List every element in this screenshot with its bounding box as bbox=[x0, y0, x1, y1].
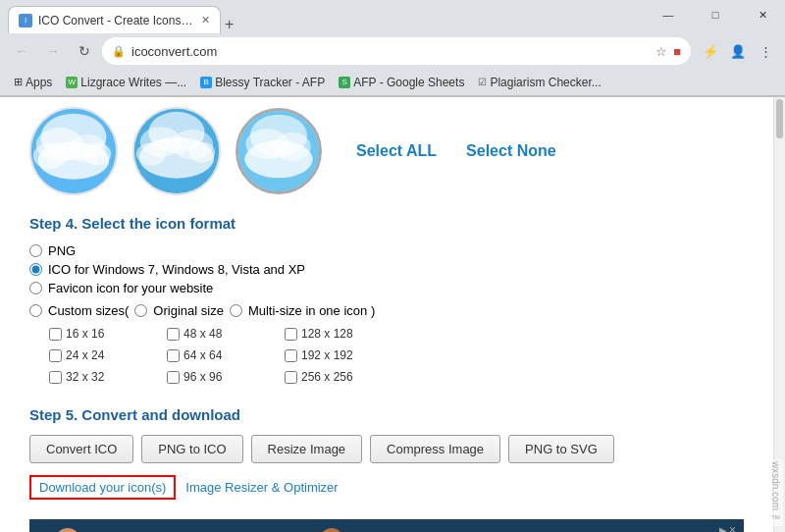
size-32-checkbox[interactable] bbox=[49, 371, 62, 384]
maximize-button[interactable]: □ bbox=[693, 0, 738, 29]
size-48-option[interactable]: 48 x 48 bbox=[167, 324, 285, 344]
forward-button[interactable]: → bbox=[39, 37, 67, 65]
size-32-label: 32 x 32 bbox=[66, 370, 104, 384]
format-ico-option[interactable]: ICO for Windows 7, Windows 8, Vista and … bbox=[29, 262, 744, 277]
bookmark-plagiarism[interactable]: ☑ Plagiarism Checker... bbox=[472, 74, 606, 91]
secure-icon: 🔒 bbox=[112, 45, 126, 58]
close-button[interactable]: ✕ bbox=[740, 0, 785, 29]
address-bar-row: ← → ↻ 🔒 icoconvert.com ☆ ■ ⚡ 👤 ⋮ bbox=[0, 33, 785, 69]
minimize-button[interactable]: — bbox=[646, 0, 691, 29]
download-icons-link[interactable]: Download your icon(s) bbox=[29, 475, 176, 500]
page-wrapper: Select ALL Select None Step 4. Select th… bbox=[0, 97, 785, 532]
size-24-option[interactable]: 24 x 24 bbox=[49, 346, 167, 365]
bookmark-star-icon[interactable]: ☆ bbox=[655, 44, 667, 59]
scrollbar-thumb[interactable] bbox=[776, 99, 783, 138]
watermark: wxsdn.com ™ bbox=[768, 459, 783, 526]
original-size-option[interactable]: Original size bbox=[134, 303, 224, 318]
bookmark-plagiarism-label: Plagiarism Checker... bbox=[490, 76, 601, 89]
format-options: PNG ICO for Windows 7, Windows 8, Vista … bbox=[29, 243, 744, 295]
custom-sizes-row: Custom sizes( Original size Multi-size i… bbox=[29, 303, 744, 318]
size-32-option[interactable]: 32 x 32 bbox=[49, 367, 167, 387]
multisize-radio[interactable] bbox=[230, 304, 242, 317]
custom-sizes-radio[interactable] bbox=[29, 304, 42, 317]
multisize-option[interactable]: Multi-size in one icon ) bbox=[230, 303, 375, 318]
icon-circle-2[interactable] bbox=[132, 107, 221, 195]
ad-close-button[interactable]: × bbox=[729, 523, 736, 532]
screenshot-icon[interactable]: ■ bbox=[673, 44, 681, 59]
size-16-checkbox[interactable] bbox=[49, 328, 62, 341]
svg-point-12 bbox=[136, 142, 167, 165]
page-content: Select ALL Select None Step 4. Select th… bbox=[0, 97, 773, 532]
back-button[interactable]: ← bbox=[8, 37, 35, 65]
icon-image-3 bbox=[238, 111, 319, 191]
extensions-icon[interactable]: ⚡ bbox=[699, 39, 722, 63]
size-192-checkbox[interactable] bbox=[285, 349, 297, 362]
bookmark-apps-label: Apps bbox=[26, 76, 52, 89]
bookmark-lizgrace-label: Lizgrace Writes —... bbox=[80, 76, 186, 89]
png-to-ico-button[interactable]: PNG to ICO bbox=[141, 435, 242, 463]
settings-icon[interactable]: ⋮ bbox=[754, 39, 777, 63]
new-tab-button[interactable]: + bbox=[225, 16, 234, 33]
select-buttons: Select ALL Select None bbox=[356, 142, 556, 160]
size-192-option[interactable]: 192 x 192 bbox=[285, 346, 402, 365]
format-favicon-radio[interactable] bbox=[29, 282, 42, 294]
ad-figure2-head bbox=[320, 528, 343, 532]
original-size-label: Original size bbox=[153, 303, 224, 318]
url-bar[interactable]: 🔒 icoconvert.com ☆ ■ bbox=[102, 37, 691, 65]
resize-image-button[interactable]: Resize Image bbox=[251, 435, 362, 463]
step5-section: Step 5. Convert and download Convert ICO… bbox=[29, 406, 744, 500]
size-16-label: 16 x 16 bbox=[66, 327, 104, 341]
size-192-label: 192 x 192 bbox=[301, 348, 353, 362]
size-128-checkbox[interactable] bbox=[285, 328, 297, 341]
window-controls: — □ ✕ bbox=[646, 0, 785, 33]
bookmark-afp[interactable]: S AFP - Google Sheets bbox=[333, 74, 470, 91]
size-48-label: 48 x 48 bbox=[183, 327, 222, 341]
select-all-button[interactable]: Select ALL bbox=[356, 142, 437, 160]
size-96-checkbox[interactable] bbox=[167, 371, 180, 384]
image-optimizer-link[interactable]: Image Resizer & Optimizer bbox=[185, 480, 338, 495]
size-24-label: 24 x 24 bbox=[66, 348, 104, 362]
browser-chrome: I ICO Convert - Create Icons Fron... ✕ +… bbox=[0, 0, 785, 97]
format-ico-label: ICO for Windows 7, Windows 8, Vista and … bbox=[48, 262, 305, 277]
size-48-checkbox[interactable] bbox=[167, 328, 180, 341]
size-24-checkbox[interactable] bbox=[49, 349, 62, 362]
url-text: icoconvert.com bbox=[131, 44, 217, 59]
svg-point-5 bbox=[33, 142, 67, 169]
convert-ico-button[interactable]: Convert ICO bbox=[29, 435, 133, 463]
compress-image-button[interactable]: Compress Image bbox=[370, 435, 500, 463]
ad-close-area: ▶ × bbox=[719, 523, 736, 532]
ad-label: ▶ bbox=[719, 525, 727, 533]
custom-sizes-option[interactable]: Custom sizes( bbox=[29, 303, 129, 318]
icon-circle-1[interactable] bbox=[29, 107, 118, 195]
tab-title: ICO Convert - Create Icons Fron... bbox=[38, 14, 195, 27]
bookmark-blessy[interactable]: B Blessy Tracker - AFP bbox=[194, 74, 331, 91]
convert-buttons: Convert ICO PNG to ICO Resize Image Comp… bbox=[29, 435, 744, 463]
format-png-radio[interactable] bbox=[29, 244, 42, 257]
svg-point-18 bbox=[244, 140, 312, 178]
size-16-option[interactable]: 16 x 16 bbox=[49, 324, 167, 344]
refresh-button[interactable]: ↻ bbox=[71, 37, 98, 65]
tab-close-button[interactable]: ✕ bbox=[201, 14, 210, 27]
ad-banner: ▶ × ✓ ★★★★★ bbox=[29, 519, 744, 532]
format-png-label: PNG bbox=[48, 243, 76, 258]
format-favicon-label: Favicon icon for your website bbox=[48, 281, 213, 295]
icon-circle-3[interactable] bbox=[236, 108, 322, 194]
format-png-option[interactable]: PNG bbox=[29, 243, 744, 258]
size-128-option[interactable]: 128 x 128 bbox=[285, 324, 402, 344]
size-256-checkbox[interactable] bbox=[285, 371, 297, 384]
format-ico-radio[interactable] bbox=[29, 263, 42, 276]
select-none-button[interactable]: Select None bbox=[466, 142, 556, 160]
size-64-option[interactable]: 64 x 64 bbox=[167, 346, 285, 365]
format-favicon-option[interactable]: Favicon icon for your website bbox=[29, 281, 744, 295]
size-256-option[interactable]: 256 x 256 bbox=[285, 367, 402, 387]
active-tab[interactable]: I ICO Convert - Create Icons Fron... ✕ bbox=[8, 6, 221, 33]
bookmark-apps[interactable]: ⊞ Apps bbox=[8, 74, 58, 91]
bookmark-lizgrace[interactable]: W Lizgrace Writes —... bbox=[60, 74, 192, 91]
size-96-option[interactable]: 96 x 96 bbox=[167, 367, 285, 387]
profile-icon[interactable]: 👤 bbox=[726, 39, 750, 63]
original-size-radio[interactable] bbox=[134, 304, 147, 317]
ad-left-figure: ✓ bbox=[43, 528, 112, 532]
browser-toolbar: ⚡ 👤 ⋮ bbox=[699, 39, 777, 63]
png-to-svg-button[interactable]: PNG to SVG bbox=[508, 435, 614, 463]
size-64-checkbox[interactable] bbox=[167, 349, 180, 362]
